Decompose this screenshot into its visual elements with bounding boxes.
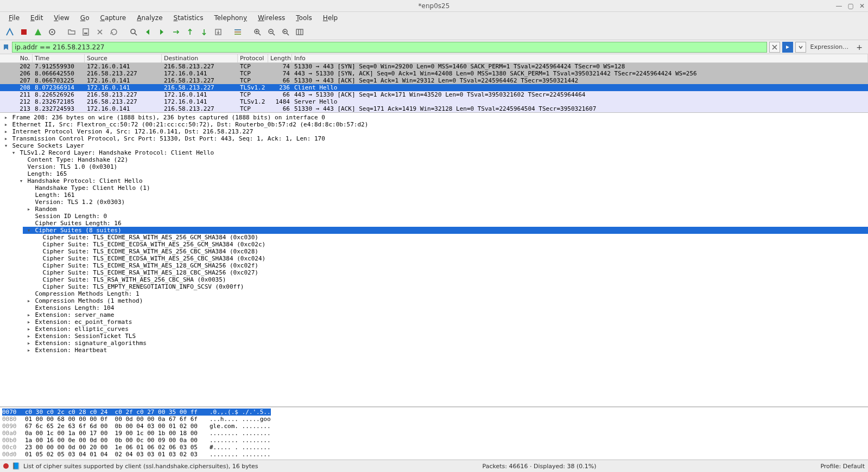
menu-file[interactable]: File [4, 13, 24, 23]
detail-node[interactable]: ▸ Random [23, 206, 868, 213]
packet-row[interactable]: 2118.226526926216.58.213.227172.16.0.141… [0, 91, 868, 98]
packet-row[interactable]: 2088.072366914172.16.0.141216.58.213.227… [0, 84, 868, 91]
menu-statistics[interactable]: Statistics [169, 13, 208, 23]
detail-node[interactable]: Cipher Suites Length: 16 [23, 220, 868, 227]
add-filter-button[interactable]: + [853, 43, 866, 52]
detail-node[interactable]: Handshake Type: Client Hello (1) [23, 184, 868, 192]
auto-scroll-icon[interactable] [212, 25, 225, 39]
detail-node[interactable]: ▸ Extension: signature_algorithms [23, 340, 868, 347]
resize-columns-icon[interactable] [293, 25, 306, 39]
detail-node[interactable]: ▸ Transmission Control Protocol, Src Por… [0, 135, 868, 142]
detail-node[interactable]: Extensions Length: 104 [23, 304, 868, 311]
close-icon[interactable]: ✕ [859, 2, 865, 10]
detail-node[interactable]: Version: TLS 1.0 (0x0301) [15, 163, 868, 170]
hex-row[interactable]: 00b0 1a 00 16 00 0e 00 0d 00 0b 00 0c 00… [2, 437, 866, 444]
detail-node[interactable]: ▸ Ethernet II, Src: Flextron_cc:50:72 (0… [0, 121, 868, 128]
open-file-icon[interactable] [65, 25, 78, 39]
detail-node[interactable]: Version: TLS 1.2 (0x0303) [23, 199, 868, 206]
find-packet-icon[interactable] [127, 25, 140, 39]
bookmark-icon[interactable] [2, 43, 10, 51]
detail-node[interactable]: ▸ Internet Protocol Version 4, Src: 172.… [0, 128, 868, 135]
filter-dropdown-icon[interactable] [795, 42, 806, 53]
stop-capture-icon[interactable] [17, 25, 30, 39]
detail-node[interactable]: Cipher Suite: TLS_ECDHE_RSA_WITH_AES_256… [30, 248, 868, 255]
detail-node[interactable]: Cipher Suite: TLS_ECDHE_ECDSA_WITH_AES_2… [30, 255, 868, 262]
menu-wireless[interactable]: Wireless [254, 13, 289, 23]
zoom-in-icon[interactable] [251, 25, 264, 39]
display-filter-input[interactable]: ip.addr == 216.58.213.227 [12, 42, 767, 53]
detail-node[interactable]: ▾ TLSv1.2 Record Layer: Handshake Protoc… [8, 149, 868, 156]
detail-node[interactable]: ▸ Extension: ec_point_formats [23, 318, 868, 326]
zoom-reset-icon[interactable]: 1 [279, 25, 292, 39]
restart-capture-icon[interactable] [31, 25, 45, 39]
detail-node[interactable]: Cipher Suite: TLS_ECDHE_ECDSA_WITH_AES_2… [30, 241, 868, 248]
col-source[interactable]: Source [85, 54, 162, 62]
menu-telephony[interactable]: Telephony [210, 13, 251, 23]
apply-filter-icon[interactable] [782, 42, 793, 53]
detail-node[interactable]: ▸ Extension: server_name [23, 311, 868, 318]
detail-node[interactable]: Cipher Suite: TLS_RSA_WITH_AES_256_CBC_S… [30, 276, 868, 283]
packet-row[interactable]: 2078.066703225172.16.0.141216.58.213.227… [0, 77, 868, 84]
capture-options-icon[interactable] [46, 25, 59, 39]
menu-edit[interactable]: Edit [26, 13, 47, 23]
detail-node[interactable]: ▸ Extension: SessionTicket TLS [23, 333, 868, 340]
col-destination[interactable]: Destination [162, 54, 238, 62]
detail-node[interactable]: ▾ Handshake Protocol: Client Hello [15, 177, 868, 184]
packet-row[interactable]: 2027.912559930172.16.0.141216.58.213.227… [0, 63, 868, 70]
col-protocol[interactable]: Protocol [238, 54, 268, 62]
detail-node[interactable]: Compression Methods Length: 1 [23, 290, 868, 297]
detail-node[interactable]: ▸ Compression Methods (1 method) [23, 297, 868, 304]
col-time[interactable]: Time [33, 54, 85, 62]
status-profile[interactable]: Profile: Default [820, 463, 865, 470]
hex-row[interactable]: 0070 c0 30 c0 2c c0 28 c0 24 c0 2f c0 27… [2, 409, 866, 416]
go-forward-icon[interactable] [155, 25, 168, 39]
save-file-icon[interactable] [79, 25, 92, 39]
packet-bytes[interactable]: 0070 c0 30 c0 2c c0 28 c0 24 c0 2f c0 27… [0, 407, 868, 460]
clear-filter-icon[interactable] [769, 42, 780, 53]
menu-view[interactable]: View [49, 13, 73, 23]
menu-capture[interactable]: Capture [96, 13, 130, 23]
capture-file-props-icon[interactable]: 📘 [12, 462, 20, 470]
maximize-icon[interactable]: ▢ [848, 2, 854, 10]
packet-details[interactable]: ▸ Frame 208: 236 bytes on wire (1888 bit… [0, 113, 868, 407]
col-info[interactable]: Info [292, 54, 868, 62]
start-capture-icon[interactable] [3, 25, 16, 39]
detail-node[interactable]: ▾ Cipher Suites (8 suites) [23, 227, 868, 234]
hex-row[interactable]: 00c0 23 00 00 00 0d 00 20 00 1e 06 01 06… [2, 444, 866, 451]
go-first-icon[interactable] [183, 25, 197, 39]
packet-row[interactable]: 2068.066642550216.58.213.227172.16.0.141… [0, 70, 868, 77]
detail-node[interactable]: ▸ Frame 208: 236 bytes on wire (1888 bit… [0, 114, 868, 121]
detail-node[interactable]: ▸ Extension: Heartbeat [23, 347, 868, 354]
close-file-icon[interactable] [93, 25, 106, 39]
hex-row[interactable]: 0090 67 6c 65 2e 63 6f 6d 00 0b 00 04 03… [2, 423, 866, 430]
detail-node[interactable]: Cipher Suite: TLS_ECDHE_RSA_WITH_AES_256… [30, 234, 868, 241]
menu-tools[interactable]: Tools [292, 13, 316, 23]
packet-row[interactable]: 2138.232724593172.16.0.141216.58.213.227… [0, 105, 868, 112]
menu-go[interactable]: Go [76, 13, 94, 23]
detail-node[interactable]: ▾ Secure Sockets Layer [0, 142, 868, 149]
detail-node[interactable]: Length: 165 [15, 170, 868, 177]
detail-node[interactable]: ▸ Extension: elliptic_curves [23, 326, 868, 333]
expert-led-icon[interactable] [3, 463, 9, 469]
minimize-icon[interactable]: — [836, 2, 842, 10]
col-no[interactable]: No. [0, 54, 33, 62]
detail-node[interactable]: Cipher Suite: TLS_ECDHE_RSA_WITH_AES_128… [30, 262, 868, 269]
detail-node[interactable]: Length: 161 [23, 192, 868, 199]
colorize-icon[interactable] [231, 25, 244, 39]
menu-help[interactable]: Help [319, 13, 342, 23]
detail-node[interactable]: Cipher Suite: TLS_ECDHE_RSA_WITH_AES_128… [30, 269, 868, 276]
col-length[interactable]: Length [268, 54, 292, 62]
hex-row[interactable]: 0080 01 00 00 68 00 00 00 0f 00 0d 00 00… [2, 416, 866, 423]
detail-node[interactable]: Content Type: Handshake (22) [15, 156, 868, 163]
go-last-icon[interactable] [198, 25, 211, 39]
menu-analyze[interactable]: Analyze [132, 13, 167, 23]
packet-row[interactable]: 2128.232672185216.58.213.227172.16.0.141… [0, 98, 868, 105]
packet-list[interactable]: No. Time Source Destination Protocol Len… [0, 54, 868, 113]
hex-row[interactable]: 00a0 0a 00 1c 00 1a 00 17 00 19 00 1c 00… [2, 430, 866, 437]
go-to-packet-icon[interactable] [169, 25, 182, 39]
zoom-out-icon[interactable] [265, 25, 278, 39]
detail-node[interactable]: Session ID Length: 0 [23, 213, 868, 220]
detail-node[interactable]: Cipher Suite: TLS_EMPTY_RENEGOTIATION_IN… [30, 283, 868, 290]
reload-icon[interactable] [107, 25, 121, 39]
expression-button[interactable]: Expression… [808, 43, 851, 50]
